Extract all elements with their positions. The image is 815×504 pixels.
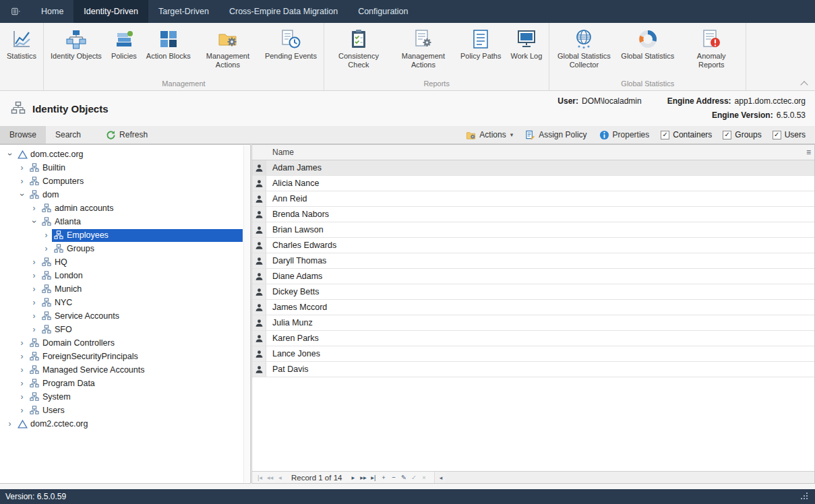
tree-item-system[interactable]: ›System <box>0 390 243 404</box>
checkbox-users[interactable]: ✓Users <box>767 126 811 144</box>
chevron-right-icon[interactable]: › <box>28 325 40 334</box>
toolbar-tab-browse[interactable]: Browse <box>0 126 46 144</box>
chevron-down-icon[interactable]: › <box>6 149 14 160</box>
nav-last-icon[interactable]: ▸| <box>368 474 378 481</box>
ribbon-button-policies[interactable]: Policies <box>107 26 142 62</box>
ribbon-button-management-actions[interactable]: Management Actions <box>195 26 260 70</box>
tree-item-groups[interactable]: ›Groups <box>0 242 243 255</box>
scroll-left-icon[interactable]: ◂ <box>435 474 446 481</box>
collapse-ribbon-icon[interactable] <box>800 80 808 87</box>
resize-grip-icon[interactable] <box>800 493 808 501</box>
tree-vertical-scrollbar[interactable] <box>243 146 249 482</box>
chevron-right-icon[interactable]: › <box>28 272 40 280</box>
grid-row[interactable]: Adam James <box>252 160 814 176</box>
ribbon-button-work-log[interactable]: Work Log <box>506 26 547 62</box>
grid-row[interactable]: Pat Davis <box>252 362 814 377</box>
grid-row[interactable]: Charles Edwards <box>252 238 814 253</box>
tree-item-computers[interactable]: ›Computers <box>0 175 243 188</box>
grid-row[interactable]: Daryll Thomas <box>252 253 814 269</box>
chevron-right-icon[interactable]: › <box>4 420 16 428</box>
tree-item-users[interactable]: ›Users <box>0 404 243 417</box>
chevron-right-icon[interactable]: › <box>16 366 28 374</box>
tree-item-managed-service-accounts[interactable]: ›Managed Service Accounts <box>0 363 243 377</box>
tree-item-atlanta[interactable]: ›Atlanta <box>0 215 243 228</box>
chevron-right-icon[interactable]: › <box>28 298 40 307</box>
grid-row[interactable]: Ann Reid <box>252 191 814 207</box>
chevron-right-icon[interactable]: › <box>40 231 52 239</box>
chevron-right-icon[interactable]: › <box>16 379 28 387</box>
checkbox-groups[interactable]: ✓Groups <box>717 126 766 144</box>
toolbar-tab-search[interactable]: Search <box>46 126 90 144</box>
tree-item-dom-cctec-org[interactable]: ›dom.cctec.org <box>0 148 243 161</box>
ribbon-button-consistency-check[interactable]: Consistency Check <box>326 26 391 70</box>
scrollbar-track[interactable] <box>446 472 814 483</box>
tree-item-munich[interactable]: ›Munich <box>0 282 243 296</box>
horizontal-scrollbar[interactable]: ◂ <box>434 472 814 483</box>
chevron-right-icon[interactable]: › <box>16 339 28 347</box>
chevron-right-icon[interactable]: › <box>16 393 28 401</box>
app-menu-button[interactable] <box>0 0 31 23</box>
grid-row[interactable]: Alicia Nance <box>252 176 814 191</box>
chevron-right-icon[interactable]: › <box>16 406 28 414</box>
chevron-right-icon[interactable]: › <box>28 285 40 293</box>
grid-row[interactable]: James Mccord <box>252 300 814 315</box>
menu-tab-identity-driven[interactable]: Identity-Driven <box>73 0 148 23</box>
menu-tab-cross-empire-data-migration[interactable]: Cross-Empire Data Migration <box>219 0 348 23</box>
tree-item-nyc[interactable]: ›NYC <box>0 296 243 309</box>
nav-next-page-icon[interactable]: ▸▸ <box>358 474 368 481</box>
tree-item-dom2-cctec-org[interactable]: ›dom2.cctec.org <box>0 417 243 431</box>
menu-tab-configuration[interactable]: Configuration <box>348 0 418 23</box>
properties-button[interactable]: Properties <box>593 126 656 144</box>
menu-tab-target-driven[interactable]: Target-Driven <box>148 0 219 23</box>
ribbon-button-anomaly-reports[interactable]: Anomaly Reports <box>679 26 744 70</box>
tree-item-hq[interactable]: ›HQ <box>0 255 243 269</box>
grid-row[interactable]: Lance Jones <box>252 346 814 362</box>
tree-item-service-accounts[interactable]: ›Service Accounts <box>0 309 243 323</box>
nav-delete-icon[interactable]: − <box>388 474 398 481</box>
tree-item-domain-controllers[interactable]: ›Domain Controllers <box>0 336 243 350</box>
ribbon-button-policy-paths[interactable]: Policy Paths <box>456 26 506 62</box>
grid-row[interactable]: Brian Lawson <box>252 222 814 238</box>
actions-button[interactable]: Actions ▾ <box>460 126 519 144</box>
grid-row[interactable]: Karen Parks <box>252 331 814 346</box>
chevron-down-icon[interactable]: › <box>30 216 38 228</box>
grid-row[interactable]: Brenda Nabors <box>252 207 814 222</box>
chevron-right-icon[interactable]: › <box>16 177 28 185</box>
ribbon-button-global-statistics-collector[interactable]: Global Statistics Collector <box>551 26 616 70</box>
grid-row[interactable]: Dickey Betts <box>252 284 814 300</box>
tree-item-london[interactable]: ›London <box>0 269 243 282</box>
chevron-down-icon[interactable]: › <box>18 189 26 201</box>
chevron-right-icon[interactable]: › <box>16 164 28 172</box>
nav-edit-icon[interactable]: ✎ <box>398 474 409 481</box>
tree-item-sfo[interactable]: ›SFO <box>0 323 243 336</box>
ribbon-button-global-statistics[interactable]: Global Statistics <box>616 26 679 62</box>
refresh-button[interactable]: Refresh <box>100 126 154 144</box>
ribbon-button-pending-events[interactable]: Pending Events <box>260 26 322 62</box>
grid-row[interactable]: Diane Adams <box>252 269 814 284</box>
checkbox-containers[interactable]: ✓Containers <box>655 126 717 144</box>
tree-item-employees[interactable]: ›Employees <box>0 228 243 242</box>
chevron-right-icon[interactable]: › <box>16 352 28 360</box>
tree-item-foreignsecurityprincipals[interactable]: ›ForeignSecurityPrincipals <box>0 350 243 363</box>
ribbon-button-management-actions[interactable]: Management Actions <box>391 26 456 70</box>
menu-tab-home[interactable]: Home <box>31 0 73 23</box>
grid-column-header[interactable]: Name ≡ <box>252 145 814 160</box>
name-column-header[interactable]: Name <box>252 148 294 157</box>
nav-append-icon[interactable]: + <box>378 474 388 481</box>
tree-item-program-data[interactable]: ›Program Data <box>0 377 243 390</box>
chevron-right-icon[interactable]: › <box>28 258 40 266</box>
chevron-right-icon[interactable]: › <box>28 204 40 212</box>
grid-row[interactable]: Julia Munz <box>252 315 814 331</box>
tree-item-admin-accounts[interactable]: ›admin accounts <box>0 201 243 215</box>
record-navigator: |◂◂◂◂Record 1 of 14▸▸▸▸|+−✎✓× <box>252 474 429 482</box>
ribbon-button-action-blocks[interactable]: Action Blocks <box>142 26 195 62</box>
column-menu-icon[interactable]: ≡ <box>806 148 811 157</box>
nav-next-icon[interactable]: ▸ <box>348 474 358 481</box>
tree-item-dom[interactable]: ›dom <box>0 188 243 201</box>
ribbon-button-identity-objects[interactable]: Identity Objects <box>46 26 107 62</box>
chevron-right-icon[interactable]: › <box>28 312 40 320</box>
ribbon-button-statistics[interactable]: Statistics <box>2 26 41 62</box>
assign-policy-button[interactable]: Assign Policy <box>519 126 593 144</box>
tree-item-builtin[interactable]: ›Builtin <box>0 161 243 175</box>
chevron-right-icon[interactable]: › <box>40 245 52 253</box>
